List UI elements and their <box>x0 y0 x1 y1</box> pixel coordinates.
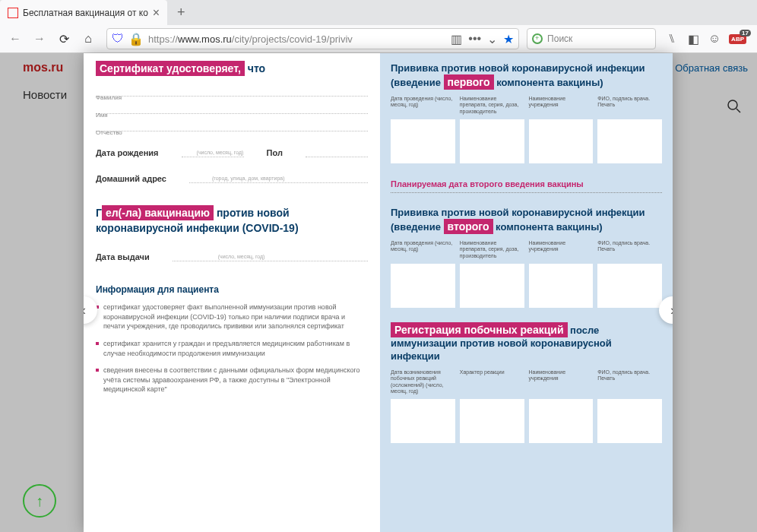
back-button[interactable]: ← <box>5 28 26 49</box>
issue-date-label: Дата выдачи <box>96 252 150 261</box>
sidebar-icon[interactable]: ◧ <box>686 32 700 46</box>
adblock-icon[interactable]: ABP17 <box>729 34 746 44</box>
close-tab-icon[interactable]: × <box>153 6 160 20</box>
site-favicon <box>8 8 18 18</box>
certificate-left-panel: Сертификат удостоверяет, что Фамилия Имя… <box>84 53 380 532</box>
dob-label: Дата рождения <box>96 148 159 157</box>
side-effects-boxes <box>391 399 662 443</box>
toolbar: ← → ⟳ ⌂ 🛡 🔒 https://www.mos.ru/city/proj… <box>0 25 757 52</box>
vaccination-title: Гел(-ла) вакцинацию против новой коронав… <box>96 206 368 236</box>
extension-icons: ⑊ ◧ ☺ ABP17 <box>659 32 752 46</box>
col-org: Наименование учреждения <box>529 96 594 115</box>
search-engine-icon <box>532 33 543 44</box>
shield-icon[interactable]: 🛡 <box>112 32 124 46</box>
account-icon[interactable]: ☺ <box>708 32 721 46</box>
home-button[interactable]: ⌂ <box>78 28 99 49</box>
list-item: сертификат хранится у граждан и предъявл… <box>96 339 368 358</box>
second-shot-boxes <box>391 264 662 308</box>
reader-icon[interactable]: ▥ <box>451 32 462 46</box>
reload-button[interactable]: ⟳ <box>53 28 74 49</box>
url-bar[interactable]: 🛡 🔒 https://www.mos.ru/city/projects/cov… <box>106 28 519 49</box>
certificate-modal: × ‹ › Сертификат удостоверяет, что Фамил… <box>84 53 673 532</box>
name-label: Имя <box>96 112 108 119</box>
surname-label: Фамилия <box>96 94 122 101</box>
browser-tab[interactable]: Бесплатная вакцинация от ко × <box>0 0 167 25</box>
col-date: Дата проведения (число, месяц, год) <box>391 96 455 115</box>
patronymic-label: Отчество <box>96 129 122 136</box>
bookmark-star-icon[interactable]: ★ <box>503 32 514 46</box>
sex-label: Пол <box>267 148 283 157</box>
cert-title: Сертификат удостоверяет, что <box>96 62 368 74</box>
url-text: https://www.mos.ru/city/projects/covid-1… <box>148 33 446 45</box>
col-sign: ФИО, подпись врача. Печать <box>597 96 662 115</box>
search-bar[interactable]: Поиск <box>527 28 656 49</box>
list-item: сертификат удостоверяет факт выполненной… <box>96 302 368 331</box>
library-icon[interactable]: ⑊ <box>665 32 679 46</box>
first-shot-boxes <box>391 119 662 163</box>
first-shot-title: Прививка против новой коронавирусной инф… <box>391 62 662 90</box>
tab-bar: Бесплатная вакцинация от ко × + <box>0 0 757 25</box>
list-item: сведения внесены в соответствии с данным… <box>96 366 368 394</box>
tab-title: Бесплатная вакцинация от ко <box>23 8 148 18</box>
certificate-right-panel: Прививка против новой коронавирусной инф… <box>380 53 673 532</box>
search-placeholder: Поиск <box>547 33 572 44</box>
scroll-top-button[interactable]: ↑ <box>23 484 56 518</box>
forward-button: → <box>29 28 50 49</box>
planned-date-label: Планируемая дата второго введения вакцин… <box>391 179 662 189</box>
side-effects-title: Регистрация побочных реакций после иммун… <box>391 323 662 363</box>
lock-icon[interactable]: 🔒 <box>128 32 144 46</box>
pocket-icon[interactable]: ⌄ <box>487 32 497 46</box>
new-tab-button[interactable]: + <box>170 2 192 24</box>
address-label: Домашний адрес <box>96 174 166 183</box>
col-drug: Наименование препарата, серия, доза, про… <box>460 96 524 115</box>
browser-chrome: Бесплатная вакцинация от ко × + ← → ⟳ ⌂ … <box>0 0 757 53</box>
patient-info-title: Информация для пациента <box>96 284 368 295</box>
patient-info-list: сертификат удостоверяет факт выполненной… <box>96 302 368 394</box>
page-content: mos.ru Офи Обратная связь Новости ↑ × ‹ … <box>0 53 757 532</box>
more-icon[interactable]: ••• <box>468 32 481 46</box>
second-shot-title: Прививка против новой коронавирусной инф… <box>391 207 662 234</box>
